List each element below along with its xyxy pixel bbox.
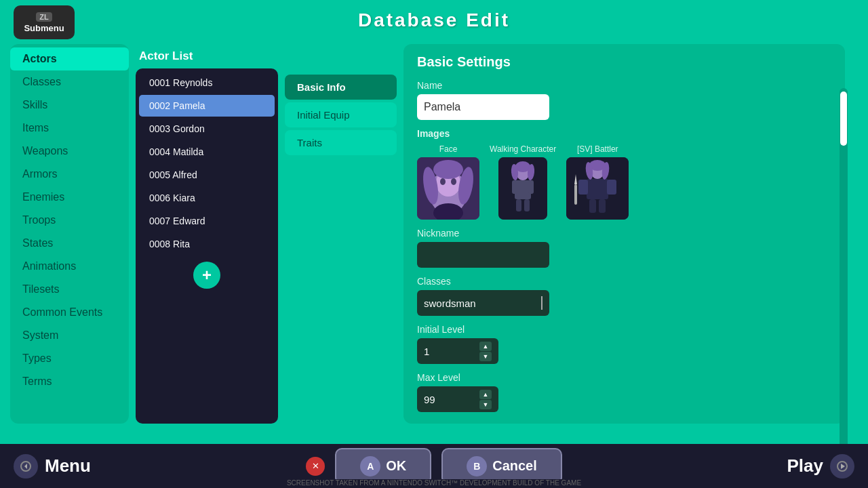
tab-traits[interactable]: Traits (285, 130, 397, 155)
ok-button[interactable]: A OK (335, 448, 431, 485)
play-label: Play (787, 455, 824, 476)
bottom-center: ✕ A OK B Cancel (170, 448, 698, 485)
cancel-label: Cancel (492, 458, 537, 474)
initial-level-arrows[interactable]: ▲ ▼ (479, 342, 492, 361)
actor-item-0005[interactable]: 0005 Alfred (139, 164, 275, 186)
initial-level-label: Initial Level (417, 324, 831, 335)
actor-item-0008[interactable]: 0008 Rita (139, 233, 275, 255)
actor-list-title: Actor List (136, 44, 278, 68)
actor-list-box: 0001 Reynolds 0002 Pamela 0003 Gordon 00… (136, 68, 278, 424)
tab-basic-info[interactable]: Basic Info (285, 75, 397, 100)
initial-level-spinner[interactable]: 1 ▲ ▼ (417, 338, 498, 364)
ok-label: OK (386, 458, 406, 474)
sidebar-item-armors[interactable]: Armors (10, 163, 129, 186)
sidebar-item-terms[interactable]: Terms (10, 370, 129, 393)
x-close-button[interactable]: ✕ (306, 457, 325, 476)
sidebar-item-system[interactable]: System (10, 324, 129, 347)
submenu-badge: ZL (36, 12, 52, 22)
page-title: Database Edit (358, 9, 510, 31)
sidebar-item-states[interactable]: States (10, 232, 129, 255)
actor-item-0006[interactable]: 0006 Kiara (139, 187, 275, 209)
nickname-input[interactable] (417, 242, 549, 268)
face-image-box[interactable]: Face (417, 144, 479, 220)
nickname-label: Nickname (417, 228, 831, 239)
name-input[interactable] (417, 94, 549, 120)
main-content: Actors Classes Skills Items Weapons Armo… (10, 44, 858, 424)
actor-item-0002[interactable]: 0002 Pamela (139, 95, 275, 117)
svg-rect-23 (607, 180, 616, 195)
name-label: Name (417, 80, 831, 91)
face-image[interactable] (417, 157, 479, 220)
max-level-label: Max Level (417, 372, 831, 383)
sidebar-item-actors[interactable]: Actors (10, 47, 129, 70)
svg-rect-14 (516, 199, 521, 211)
svg-rect-13 (528, 180, 534, 194)
tab-initial-equip[interactable]: Initial Equip (285, 102, 397, 127)
max-level-spinner[interactable]: 99 ▲ ▼ (417, 386, 498, 412)
initial-level-up[interactable]: ▲ (479, 342, 492, 351)
top-bar: ZL Submenu Database Edit (0, 0, 868, 41)
svg-rect-24 (589, 199, 596, 213)
submenu-button[interactable]: ZL Submenu (14, 5, 75, 39)
battler-label: [SV] Battler (577, 144, 618, 154)
submenu-label: Submenu (24, 23, 64, 33)
sidebar-item-tilesets[interactable]: Tilesets (10, 278, 129, 301)
svg-marker-34 (841, 464, 845, 469)
bottom-right: Play (698, 454, 868, 479)
battler-image[interactable] (566, 157, 629, 220)
tab-panel-wrap: Basic Info Initial Equip Traits (285, 44, 397, 155)
bottom-bar: Menu ✕ A OK B Cancel Play SCREENSHOT TAK… (0, 444, 868, 488)
sidebar-item-items[interactable]: Items (10, 117, 129, 140)
classes-value: swordsman (424, 298, 476, 309)
menu-label: Menu (45, 455, 91, 476)
scrollbar-thumb[interactable] (840, 92, 847, 146)
bottom-menu: Menu (0, 454, 170, 479)
add-actor-button[interactable]: + (193, 262, 220, 289)
sidebar-item-skills[interactable]: Skills (10, 94, 129, 117)
svg-rect-21 (587, 179, 608, 199)
actor-item-0001[interactable]: 0001 Reynolds (139, 72, 275, 94)
initial-level-down[interactable]: ▼ (479, 352, 492, 361)
battler-image-box[interactable]: [SV] Battler (566, 144, 629, 220)
sidebar-item-common-events[interactable]: Common Events (10, 301, 129, 324)
actor-item-0004[interactable]: 0004 Matilda (139, 141, 275, 163)
sidebar-item-animations[interactable]: Animations (10, 255, 129, 278)
actor-item-0007[interactable]: 0007 Edward (139, 210, 275, 232)
max-level-up[interactable]: ▲ (479, 390, 492, 399)
cancel-badge: B (467, 456, 487, 476)
classes-input[interactable]: swordsman (417, 290, 549, 316)
max-level-arrows[interactable]: ▲ ▼ (479, 390, 492, 409)
sidebar-item-classes[interactable]: Classes (10, 70, 129, 94)
classes-label: Classes (417, 276, 831, 287)
menu-circle-left[interactable] (14, 454, 38, 479)
svg-point-8 (433, 160, 463, 179)
sidebar: Actors Classes Skills Items Weapons Armo… (10, 44, 129, 424)
scrollbar-track[interactable] (840, 88, 848, 461)
sidebar-item-weapons[interactable]: Weapons (10, 140, 129, 163)
ok-badge: A (360, 456, 380, 476)
sidebar-item-types[interactable]: Types (10, 347, 129, 370)
cancel-button[interactable]: B Cancel (441, 448, 562, 485)
images-label: Images (417, 128, 831, 139)
images-row: Face (417, 144, 831, 220)
max-level-down[interactable]: ▼ (479, 400, 492, 409)
actor-list-panel: Actor List 0001 Reynolds 0002 Pamela 000… (136, 44, 278, 424)
walking-label: Walking Character (490, 144, 556, 154)
walking-image-box[interactable]: Walking Character (490, 144, 556, 220)
sidebar-item-enemies[interactable]: Enemies (10, 186, 129, 209)
walking-image[interactable] (498, 157, 547, 220)
sidebar-item-troops[interactable]: Troops (10, 209, 129, 232)
actor-item-0003[interactable]: 0003 Gordon (139, 118, 275, 140)
tab-panel: Basic Info Initial Equip Traits (285, 44, 397, 424)
settings-panel: Basic Settings Name Images Face (403, 44, 845, 424)
svg-marker-32 (24, 464, 27, 469)
max-level-value: 99 (424, 394, 435, 405)
svg-point-3 (440, 178, 446, 185)
svg-rect-12 (512, 180, 517, 194)
scrollbar[interactable] (848, 44, 858, 424)
initial-level-value: 1 (424, 346, 429, 357)
svg-rect-15 (524, 199, 530, 211)
svg-rect-25 (599, 199, 606, 213)
play-circle-right[interactable] (830, 454, 854, 479)
classes-cursor (541, 296, 542, 310)
